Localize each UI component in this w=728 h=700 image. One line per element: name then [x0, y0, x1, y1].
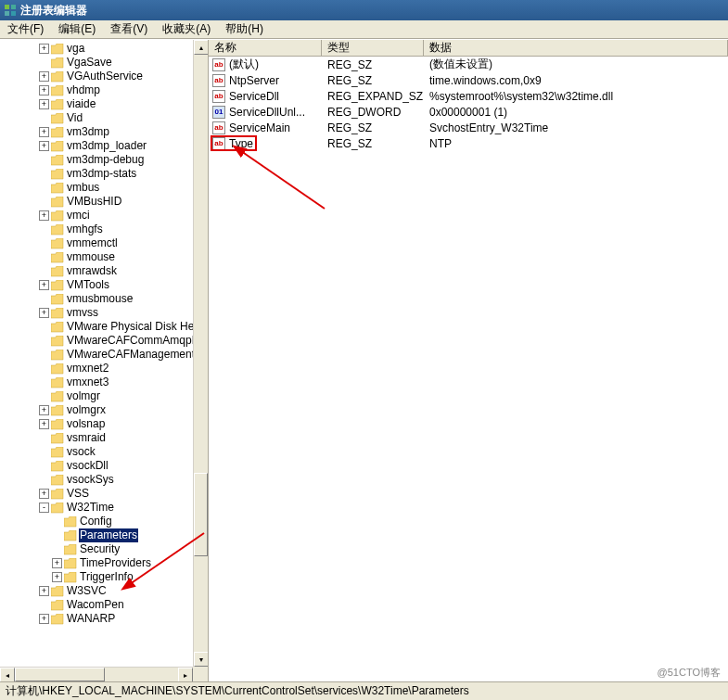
tree-node[interactable]: +volmgrx	[0, 403, 208, 417]
menu-file[interactable]: 文件(F)	[4, 19, 47, 39]
tree-node[interactable]: +VGAuthService	[0, 70, 208, 83]
values-list[interactable]: ab(默认)REG_SZ(数值未设置)abNtpServerREG_SZtime…	[209, 57, 728, 681]
value-row[interactable]: abNtpServerREG_SZtime.windows.com,0x9	[209, 72, 728, 88]
tree-node-label[interactable]: vm3dmp-debug	[66, 153, 145, 167]
tree-node-label[interactable]: vmci	[66, 209, 91, 223]
tree-node[interactable]: vsmraid	[0, 431, 208, 445]
tree-node[interactable]: Security	[0, 542, 208, 556]
expand-icon[interactable]: +	[39, 71, 49, 82]
tree-node-label[interactable]: vm3dmp_loader	[66, 139, 147, 153]
tree-node-label[interactable]: vsmraid	[66, 431, 107, 445]
tree-node-label[interactable]: VMwareCAFCommAmqpListene	[66, 334, 208, 348]
tree-node[interactable]: vmmemctl	[0, 236, 208, 250]
tree-node-label[interactable]: vm3dmp	[66, 125, 110, 139]
tree-node-label[interactable]: vmmouse	[66, 250, 116, 264]
expand-icon[interactable]: +	[39, 210, 49, 221]
tree-node[interactable]: +vmci	[0, 209, 208, 223]
tree-node-label[interactable]: volmgrx	[66, 403, 107, 417]
tree-node[interactable]: vmrawdsk	[0, 264, 208, 278]
tree-node-label[interactable]: vsock	[66, 445, 96, 459]
expand-icon[interactable]: +	[39, 99, 49, 109]
tree-node[interactable]: +volsnap	[0, 417, 208, 431]
menu-favorites[interactable]: 收藏夹(A)	[159, 19, 214, 39]
tree-node-label[interactable]: VSS	[66, 487, 90, 501]
expand-icon[interactable]: +	[39, 44, 49, 54]
tree-node[interactable]: vmusbmouse	[0, 292, 208, 306]
tree-node[interactable]: vmmouse	[0, 250, 208, 264]
scroll-left-button[interactable]: ◂	[0, 668, 15, 681]
tree-node[interactable]: +W3SVC	[0, 584, 208, 598]
tree-node[interactable]: vsockDll	[0, 459, 208, 473]
tree-node-label[interactable]: VMware Physical Disk Hel	[66, 320, 198, 334]
tree-node-label[interactable]: WANARP	[66, 612, 116, 626]
tree-node-label[interactable]: vmmemctl	[66, 236, 119, 250]
scroll-down-button[interactable]: ▾	[194, 652, 209, 667]
expand-icon[interactable]: +	[39, 127, 49, 137]
tree-node[interactable]: VMBusHID	[0, 195, 208, 209]
tree-node-label[interactable]: viaide	[66, 97, 96, 111]
tree-node-label[interactable]: vmhgfs	[66, 223, 104, 236]
tree-node-label[interactable]: TriggerInfo	[79, 570, 134, 584]
expand-icon[interactable]: +	[39, 614, 49, 624]
expand-icon[interactable]: +	[39, 419, 49, 429]
tree-node[interactable]: vsockSys	[0, 473, 208, 487]
menu-edit[interactable]: 编辑(E)	[55, 19, 99, 39]
scroll-up-button[interactable]: ▴	[194, 40, 209, 55]
value-row[interactable]: abServiceDllREG_EXPAND_SZ%systemroot%\sy…	[209, 88, 728, 104]
tree-node[interactable]: +vhdmp	[0, 83, 208, 97]
column-header-data[interactable]: 数据	[424, 40, 728, 56]
expand-icon[interactable]: +	[39, 405, 49, 415]
tree-node[interactable]: vm3dmp-debug	[0, 153, 208, 167]
collapse-icon[interactable]: -	[39, 503, 49, 513]
value-row[interactable]: 01ServiceDllUnl...REG_DWORD0x00000001 (1…	[209, 104, 728, 120]
tree-node-label[interactable]: Parameters	[79, 528, 138, 542]
column-header-type[interactable]: 类型	[322, 40, 424, 56]
tree-node[interactable]: +TimeProviders	[0, 556, 208, 570]
tree-node-label[interactable]: VGAuthService	[66, 70, 144, 83]
expand-icon[interactable]: +	[39, 141, 49, 151]
tree-node-label[interactable]: W32Time	[66, 501, 115, 515]
tree-node[interactable]: vmxnet3	[0, 375, 208, 389]
tree-node[interactable]: +vm3dmp	[0, 125, 208, 139]
tree-node[interactable]: Parameters	[0, 528, 208, 542]
tree-node[interactable]: +WANARP	[0, 612, 208, 626]
tree-node-label[interactable]: vga	[66, 42, 85, 56]
tree-node-label[interactable]: volsnap	[66, 417, 106, 431]
expand-icon[interactable]: +	[52, 558, 62, 568]
tree-node[interactable]: Vid	[0, 111, 208, 125]
scroll-thumb[interactable]	[194, 473, 208, 556]
tree-node[interactable]: vsock	[0, 445, 208, 459]
value-row[interactable]: abTypeREG_SZNTP	[209, 135, 728, 151]
expand-icon[interactable]: +	[39, 586, 49, 596]
tree-node-label[interactable]: vmvss	[66, 306, 99, 320]
expand-icon[interactable]: +	[39, 489, 49, 499]
tree-node[interactable]: +vmvss	[0, 306, 208, 320]
registry-tree[interactable]: +vgaVgaSave+VGAuthService+vhdmp+viaideVi…	[0, 40, 208, 628]
tree-node[interactable]: vm3dmp-stats	[0, 167, 208, 181]
tree-node-label[interactable]: WacomPen	[66, 598, 125, 612]
tree-node[interactable]: VMwareCAFManagementAgent	[0, 348, 208, 362]
tree-node[interactable]: +VSS	[0, 487, 208, 501]
tree-node-label[interactable]: vmxnet2	[66, 362, 109, 375]
tree-node-label[interactable]: vmxnet3	[66, 375, 109, 389]
tree-node[interactable]: +vm3dmp_loader	[0, 139, 208, 153]
scroll-thumb-h[interactable]	[15, 668, 105, 681]
tree-node-label[interactable]: vm3dmp-stats	[66, 167, 137, 181]
tree-node[interactable]: vmhgfs	[0, 223, 208, 236]
tree-node-label[interactable]: vsockDll	[66, 459, 109, 473]
tree-node-label[interactable]: W3SVC	[66, 584, 108, 598]
column-header-name[interactable]: 名称	[209, 40, 322, 56]
expand-icon[interactable]: +	[39, 308, 49, 318]
scroll-right-button[interactable]: ▸	[178, 668, 193, 681]
tree-node-label[interactable]: Config	[79, 515, 113, 528]
tree-node-label[interactable]: VMBusHID	[66, 195, 122, 209]
menu-help[interactable]: 帮助(H)	[222, 19, 267, 39]
tree-node[interactable]: +VMTools	[0, 278, 208, 292]
expand-icon[interactable]: +	[52, 572, 62, 582]
tree-node-label[interactable]: Vid	[66, 111, 83, 125]
tree-node[interactable]: vmbus	[0, 181, 208, 195]
tree-node-label[interactable]: vhdmp	[66, 83, 101, 97]
tree-node[interactable]: VMwareCAFCommAmqpListene	[0, 334, 208, 348]
tree-node-label[interactable]: vmbus	[66, 181, 100, 195]
tree-node[interactable]: +viaide	[0, 97, 208, 111]
